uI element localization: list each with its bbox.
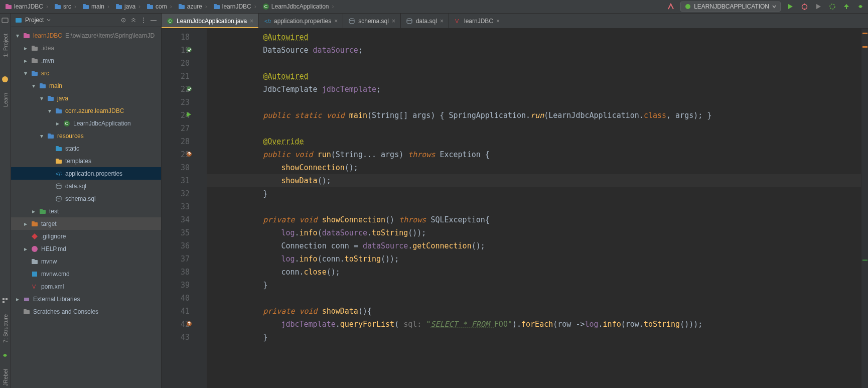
tree-item[interactable]: Vpom.xml	[11, 280, 161, 293]
svg-rect-10	[179, 5, 185, 9]
crumb[interactable]: learnJDBC›	[3, 2, 51, 11]
editor-tabs: CLearnJdbcApplication.java×</>applicatio…	[162, 14, 868, 29]
hide-icon[interactable]: —	[150, 17, 157, 24]
tree-item[interactable]: schema.sql	[11, 192, 161, 205]
editor-tab[interactable]: VlearnJDBC×	[449, 14, 505, 28]
svg-rect-0	[6, 5, 12, 9]
svg-rect-4	[83, 5, 89, 9]
svg-rect-5	[83, 4, 86, 6]
project-tree[interactable]: ▾learnJDBC E:\owlazure\Items\Spring\lear…	[11, 27, 161, 388]
rail-project[interactable]: 1: Project	[3, 32, 9, 59]
gutter[interactable]: 1819202122232427282930313233343536373839…	[162, 29, 197, 388]
tree-item[interactable]: Scratches and Consoles	[11, 305, 161, 318]
tree-item[interactable]: mvnw	[11, 255, 161, 268]
close-icon[interactable]: ×	[496, 18, 500, 25]
rail-jrebel[interactable]: JRebel	[3, 367, 9, 388]
run-config-select[interactable]: LEARNJDBCAPPLICATION	[680, 2, 781, 12]
run-icon[interactable]	[786, 2, 795, 11]
error-stripe[interactable]	[861, 29, 868, 388]
tree-item[interactable]: static	[11, 142, 161, 155]
svg-rect-38	[48, 96, 51, 97]
debug-icon[interactable]	[800, 2, 809, 11]
tree-item[interactable]: mvnw.cmd	[11, 268, 161, 280]
editor-tab[interactable]: CLearnJdbcApplication.java×	[162, 14, 259, 28]
tree-item[interactable]: ▾resources	[11, 130, 161, 142]
breadcrumb[interactable]: learnJDBC›src›main›java›com›azure›learnJ…	[3, 2, 666, 11]
tree-item[interactable]: ▸HELP.md	[11, 242, 161, 255]
svg-text:C: C	[264, 4, 268, 9]
learn-tab-icon[interactable]	[2, 76, 10, 84]
svg-rect-36	[40, 83, 43, 85]
marker-column[interactable]	[197, 29, 207, 388]
svg-rect-8	[147, 5, 153, 9]
svg-text:C: C	[65, 121, 69, 126]
svg-text:V: V	[32, 284, 36, 290]
structure-tab-icon[interactable]	[2, 297, 10, 305]
update-icon[interactable]	[842, 2, 851, 11]
tree-item[interactable]: ▾com.azure.learnJDBC	[11, 104, 161, 117]
tree-item[interactable]: ▾java	[11, 92, 161, 104]
run-config-name: LEARNJDBCAPPLICATION	[694, 3, 769, 10]
editor-tab[interactable]: </>application.properties×	[259, 14, 343, 28]
crumb[interactable]: CLearnJdbcApplication›	[260, 2, 337, 11]
tree-item[interactable]: .gitignore	[11, 230, 161, 242]
close-icon[interactable]: ×	[334, 18, 338, 25]
jrebel-icon[interactable]	[856, 2, 865, 11]
svg-rect-3	[55, 4, 58, 6]
crumb[interactable]: azure›	[176, 2, 210, 11]
editor-tab[interactable]: data.sql×	[401, 14, 449, 28]
rail-learn[interactable]: Learn	[3, 91, 9, 109]
tree-item[interactable]: ▸.mvn	[11, 54, 161, 67]
close-icon[interactable]: ×	[250, 18, 253, 25]
tree-item[interactable]: ▸target	[11, 217, 161, 230]
run-coverage-icon[interactable]	[814, 2, 823, 11]
svg-rect-34	[32, 71, 35, 72]
code-editor[interactable]: 1819202122232427282930313233343536373839…	[162, 29, 868, 388]
svg-rect-24	[6, 298, 8, 300]
tree-item[interactable]: ▾main	[11, 79, 161, 92]
editor-area: CLearnJdbcApplication.java×</>applicatio…	[162, 14, 868, 388]
svg-point-67	[349, 19, 354, 21]
rail-structure[interactable]: 7: Structure	[3, 312, 9, 345]
svg-rect-39	[56, 109, 62, 113]
locate-icon[interactable]: ⊙	[120, 17, 127, 24]
tree-item[interactable]: </>application.properties	[11, 167, 161, 180]
editor-tab[interactable]: schema.sql×	[343, 14, 401, 28]
tree-item[interactable]: ▸.idea	[11, 42, 161, 54]
svg-rect-62	[24, 310, 30, 314]
crumb[interactable]: java›	[113, 2, 143, 11]
svg-rect-52	[40, 210, 46, 214]
code-content[interactable]: @Autowired DataSource dataSource; @Autow…	[207, 29, 861, 388]
svg-rect-6	[116, 5, 122, 9]
svg-rect-61	[24, 298, 29, 301]
svg-point-22	[2, 76, 8, 82]
svg-point-56	[32, 246, 38, 252]
close-icon[interactable]: ×	[392, 18, 395, 25]
collapse-icon[interactable]	[130, 17, 137, 24]
project-tab-icon[interactable]	[2, 17, 10, 25]
tree-item[interactable]: data.sql	[11, 180, 161, 192]
svg-rect-53	[40, 209, 43, 210]
settings-icon[interactable]: ⋮	[140, 17, 147, 24]
tree-item[interactable]: ▸External Libraries	[11, 293, 161, 305]
svg-rect-54	[32, 222, 38, 226]
profile-icon[interactable]	[828, 2, 837, 11]
toolbar-right: LEARNJDBCAPPLICATION	[666, 2, 865, 12]
crumb[interactable]: learnJDBC›	[211, 2, 259, 11]
jrebel-tab-icon[interactable]	[2, 352, 10, 360]
crumb[interactable]: main›	[80, 2, 112, 11]
svg-text:</>: </>	[264, 18, 271, 24]
svg-rect-29	[32, 47, 38, 51]
tree-item[interactable]: ▸CLearnJdbcApplication	[11, 117, 161, 130]
tree-item[interactable]: ▸test	[11, 205, 161, 217]
build-icon[interactable]	[666, 2, 675, 11]
tree-root[interactable]: ▾learnJDBC E:\owlazure\Items\Spring\lear…	[11, 29, 161, 42]
svg-rect-47	[56, 160, 62, 164]
svg-point-16	[685, 4, 690, 9]
tree-item[interactable]: ▾src	[11, 67, 161, 79]
crumb[interactable]: com›	[144, 2, 175, 11]
tree-item[interactable]: templates	[11, 155, 161, 167]
close-icon[interactable]: ×	[440, 18, 444, 25]
svg-rect-21	[2, 18, 8, 23]
crumb[interactable]: src›	[52, 2, 79, 11]
